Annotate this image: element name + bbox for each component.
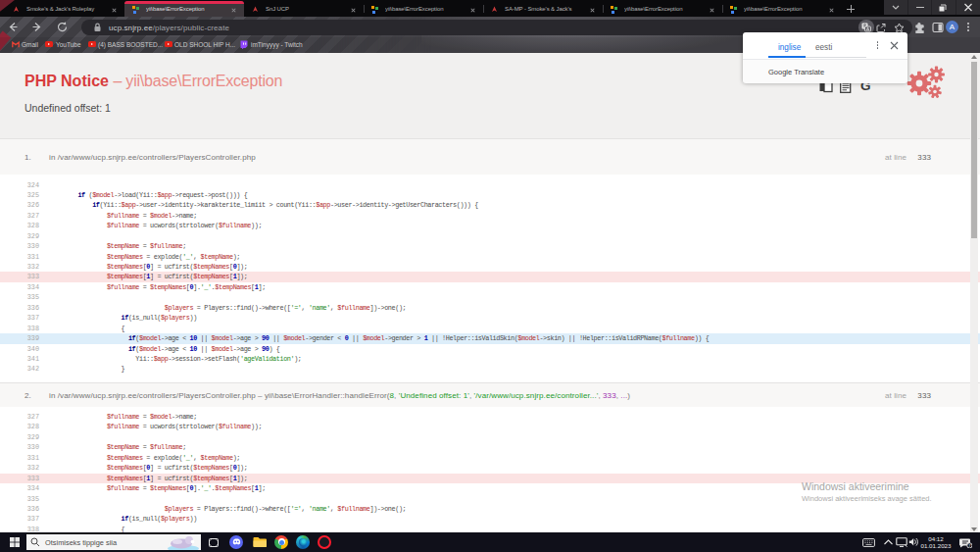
svg-text:7: 7 xyxy=(969,543,971,547)
